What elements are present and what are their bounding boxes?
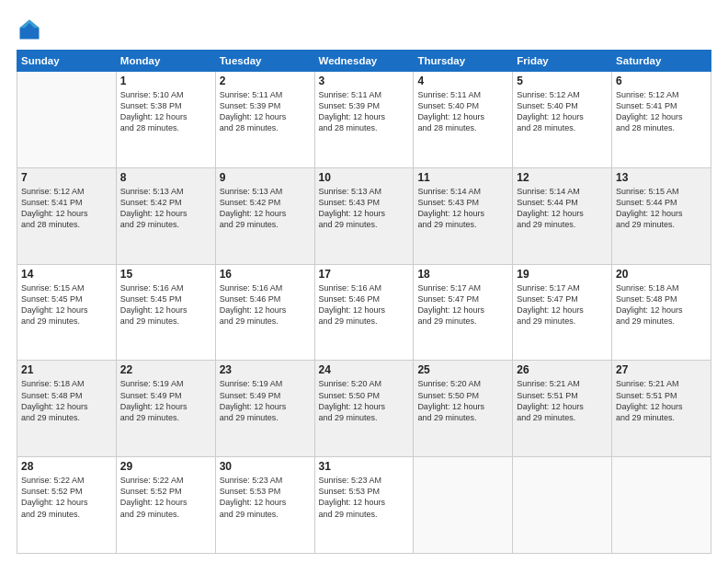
- day-info: Sunrise: 5:22 AM Sunset: 5:52 PM Dayligh…: [120, 475, 211, 520]
- table-row: 25Sunrise: 5:20 AM Sunset: 5:50 PM Dayli…: [414, 361, 513, 457]
- day-info: Sunrise: 5:17 AM Sunset: 5:47 PM Dayligh…: [517, 282, 608, 327]
- day-number: 28: [21, 460, 112, 473]
- weekday-header-sunday: Sunday: [17, 51, 117, 72]
- day-number: 23: [220, 363, 311, 376]
- table-row: [414, 457, 513, 554]
- day-info: Sunrise: 5:14 AM Sunset: 5:44 PM Dayligh…: [517, 186, 608, 231]
- table-row: 18Sunrise: 5:17 AM Sunset: 5:47 PM Dayli…: [414, 264, 513, 361]
- day-info: Sunrise: 5:12 AM Sunset: 5:41 PM Dayligh…: [21, 186, 112, 231]
- day-number: 27: [616, 363, 707, 376]
- weekday-header-tuesday: Tuesday: [215, 51, 314, 72]
- table-row: [513, 457, 612, 554]
- day-number: 9: [220, 171, 311, 184]
- day-info: Sunrise: 5:13 AM Sunset: 5:42 PM Dayligh…: [220, 186, 311, 231]
- day-number: 20: [616, 268, 707, 281]
- day-info: Sunrise: 5:20 AM Sunset: 5:50 PM Dayligh…: [417, 378, 508, 423]
- day-number: 10: [319, 171, 410, 184]
- calendar-week-row: 21Sunrise: 5:18 AM Sunset: 5:48 PM Dayli…: [17, 361, 711, 457]
- table-row: [612, 457, 711, 554]
- table-row: 8Sunrise: 5:13 AM Sunset: 5:42 PM Daylig…: [116, 167, 215, 264]
- table-row: 9Sunrise: 5:13 AM Sunset: 5:42 PM Daylig…: [215, 167, 314, 264]
- day-number: 8: [120, 171, 211, 184]
- day-info: Sunrise: 5:10 AM Sunset: 5:38 PM Dayligh…: [120, 89, 211, 134]
- day-number: 12: [517, 171, 608, 184]
- weekday-header-monday: Monday: [116, 51, 215, 72]
- day-number: 21: [21, 363, 112, 376]
- table-row: 16Sunrise: 5:16 AM Sunset: 5:46 PM Dayli…: [215, 264, 314, 361]
- day-number: 22: [120, 363, 211, 376]
- day-number: 17: [319, 268, 410, 281]
- calendar-week-row: 1Sunrise: 5:10 AM Sunset: 5:38 PM Daylig…: [17, 72, 711, 168]
- day-info: Sunrise: 5:15 AM Sunset: 5:44 PM Dayligh…: [616, 186, 707, 231]
- day-info: Sunrise: 5:19 AM Sunset: 5:49 PM Dayligh…: [220, 378, 311, 423]
- table-row: 13Sunrise: 5:15 AM Sunset: 5:44 PM Dayli…: [612, 167, 711, 264]
- weekday-header-friday: Friday: [513, 51, 612, 72]
- weekday-header-saturday: Saturday: [612, 51, 711, 72]
- day-info: Sunrise: 5:23 AM Sunset: 5:53 PM Dayligh…: [220, 475, 311, 520]
- day-info: Sunrise: 5:12 AM Sunset: 5:40 PM Dayligh…: [517, 89, 608, 134]
- day-number: 6: [616, 75, 707, 87]
- table-row: 22Sunrise: 5:19 AM Sunset: 5:49 PM Dayli…: [116, 361, 215, 457]
- page: SundayMondayTuesdayWednesdayThursdayFrid…: [0, 0, 728, 563]
- day-number: 3: [319, 75, 410, 87]
- day-info: Sunrise: 5:13 AM Sunset: 5:42 PM Dayligh…: [120, 186, 211, 231]
- day-number: 1: [120, 75, 211, 87]
- day-info: Sunrise: 5:16 AM Sunset: 5:45 PM Dayligh…: [120, 282, 211, 327]
- day-info: Sunrise: 5:11 AM Sunset: 5:39 PM Dayligh…: [319, 89, 410, 134]
- day-info: Sunrise: 5:16 AM Sunset: 5:46 PM Dayligh…: [220, 282, 311, 327]
- table-row: 21Sunrise: 5:18 AM Sunset: 5:48 PM Dayli…: [17, 361, 117, 457]
- table-row: 31Sunrise: 5:23 AM Sunset: 5:53 PM Dayli…: [314, 457, 414, 554]
- table-row: 6Sunrise: 5:12 AM Sunset: 5:41 PM Daylig…: [612, 72, 711, 168]
- table-row: 7Sunrise: 5:12 AM Sunset: 5:41 PM Daylig…: [17, 167, 117, 264]
- day-number: 15: [120, 268, 211, 281]
- table-row: 24Sunrise: 5:20 AM Sunset: 5:50 PM Dayli…: [314, 361, 414, 457]
- day-number: 11: [417, 171, 508, 184]
- header: [17, 17, 711, 42]
- day-info: Sunrise: 5:13 AM Sunset: 5:43 PM Dayligh…: [319, 186, 410, 231]
- table-row: 11Sunrise: 5:14 AM Sunset: 5:43 PM Dayli…: [414, 167, 513, 264]
- day-number: 31: [319, 460, 410, 473]
- table-row: 28Sunrise: 5:22 AM Sunset: 5:52 PM Dayli…: [17, 457, 117, 554]
- day-info: Sunrise: 5:16 AM Sunset: 5:46 PM Dayligh…: [319, 282, 410, 327]
- day-number: 2: [220, 75, 311, 87]
- table-row: 2Sunrise: 5:11 AM Sunset: 5:39 PM Daylig…: [215, 72, 314, 168]
- day-info: Sunrise: 5:15 AM Sunset: 5:45 PM Dayligh…: [21, 282, 112, 327]
- day-info: Sunrise: 5:19 AM Sunset: 5:49 PM Dayligh…: [120, 378, 211, 423]
- table-row: 19Sunrise: 5:17 AM Sunset: 5:47 PM Dayli…: [513, 264, 612, 361]
- table-row: 26Sunrise: 5:21 AM Sunset: 5:51 PM Dayli…: [513, 361, 612, 457]
- table-row: 12Sunrise: 5:14 AM Sunset: 5:44 PM Dayli…: [513, 167, 612, 264]
- day-number: 19: [517, 268, 608, 281]
- day-number: 25: [417, 363, 508, 376]
- day-number: 18: [417, 268, 508, 281]
- day-info: Sunrise: 5:18 AM Sunset: 5:48 PM Dayligh…: [616, 282, 707, 327]
- table-row: 3Sunrise: 5:11 AM Sunset: 5:39 PM Daylig…: [314, 72, 414, 168]
- table-row: 20Sunrise: 5:18 AM Sunset: 5:48 PM Dayli…: [612, 264, 711, 361]
- day-info: Sunrise: 5:21 AM Sunset: 5:51 PM Dayligh…: [517, 378, 608, 423]
- calendar-table: SundayMondayTuesdayWednesdayThursdayFrid…: [17, 50, 711, 554]
- calendar-week-row: 7Sunrise: 5:12 AM Sunset: 5:41 PM Daylig…: [17, 167, 711, 264]
- day-number: 13: [616, 171, 707, 184]
- table-row: 14Sunrise: 5:15 AM Sunset: 5:45 PM Dayli…: [17, 264, 117, 361]
- day-number: 7: [21, 171, 112, 184]
- weekday-header-thursday: Thursday: [414, 51, 513, 72]
- table-row: 23Sunrise: 5:19 AM Sunset: 5:49 PM Dayli…: [215, 361, 314, 457]
- logo-icon: [17, 17, 42, 42]
- table-row: 15Sunrise: 5:16 AM Sunset: 5:45 PM Dayli…: [116, 264, 215, 361]
- day-info: Sunrise: 5:21 AM Sunset: 5:51 PM Dayligh…: [616, 378, 707, 423]
- day-info: Sunrise: 5:11 AM Sunset: 5:39 PM Dayligh…: [220, 89, 311, 134]
- table-row: 27Sunrise: 5:21 AM Sunset: 5:51 PM Dayli…: [612, 361, 711, 457]
- day-number: 16: [220, 268, 311, 281]
- weekday-header-wednesday: Wednesday: [314, 51, 414, 72]
- day-info: Sunrise: 5:14 AM Sunset: 5:43 PM Dayligh…: [417, 186, 508, 231]
- table-row: 4Sunrise: 5:11 AM Sunset: 5:40 PM Daylig…: [414, 72, 513, 168]
- table-row: 30Sunrise: 5:23 AM Sunset: 5:53 PM Dayli…: [215, 457, 314, 554]
- day-info: Sunrise: 5:12 AM Sunset: 5:41 PM Dayligh…: [616, 89, 707, 134]
- table-row: 29Sunrise: 5:22 AM Sunset: 5:52 PM Dayli…: [116, 457, 215, 554]
- day-info: Sunrise: 5:23 AM Sunset: 5:53 PM Dayligh…: [319, 475, 410, 520]
- day-info: Sunrise: 5:20 AM Sunset: 5:50 PM Dayligh…: [319, 378, 410, 423]
- day-number: 29: [120, 460, 211, 473]
- day-info: Sunrise: 5:22 AM Sunset: 5:52 PM Dayligh…: [21, 475, 112, 520]
- table-row: 17Sunrise: 5:16 AM Sunset: 5:46 PM Dayli…: [314, 264, 414, 361]
- day-number: 24: [319, 363, 410, 376]
- day-info: Sunrise: 5:17 AM Sunset: 5:47 PM Dayligh…: [417, 282, 508, 327]
